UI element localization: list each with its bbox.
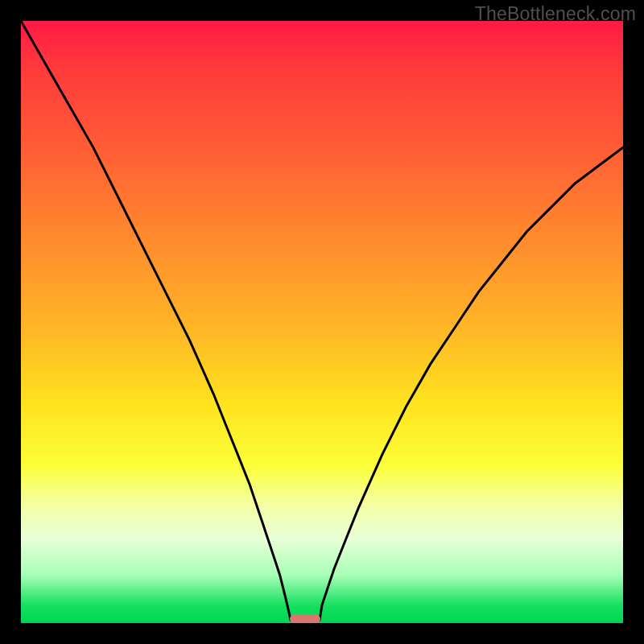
bottleneck-curves [21, 21, 623, 623]
watermark-label: TheBottleneck.com [475, 3, 636, 25]
optimal-range-marker [290, 614, 320, 623]
plot-area [21, 21, 623, 623]
right-curve [320, 147, 623, 620]
chart-frame: TheBottleneck.com [0, 0, 644, 644]
left-curve [21, 21, 291, 620]
